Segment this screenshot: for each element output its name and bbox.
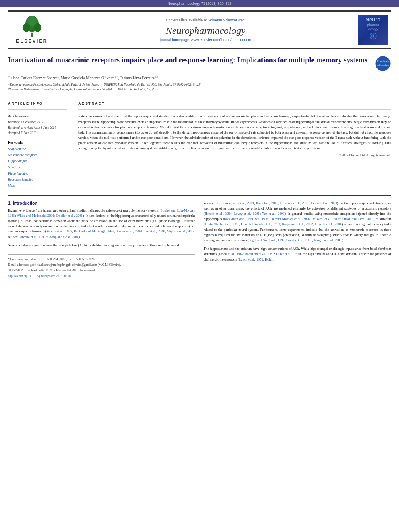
ref-lynch[interactable]: Lynch et al., 1972	[239, 257, 263, 261]
ref-segal[interactable]: Segal and Auerbach, 1997	[249, 238, 284, 242]
ref-riekkinen[interactable]: Riekkinen and Riekkinen, 1997	[224, 217, 268, 221]
ref-lee[interactable]: Lee et al., 2008	[144, 229, 165, 233]
article-history: Article history: Received 6 December 201…	[8, 114, 67, 136]
cover-title-line3: cology	[368, 27, 378, 31]
svg-text:click for updates: click for updates	[377, 64, 389, 66]
cover-graphic	[363, 32, 383, 43]
right-para-1: systems (for review, see Gold, 2003; Has…	[204, 201, 391, 243]
abstract-column: ABSTRACT Extensive research has shown th…	[78, 101, 391, 189]
abstract-heading: ABSTRACT	[78, 101, 391, 105]
svg-rect-0	[31, 33, 33, 37]
article-info-abstract: ARTICLE INFO Article history: Received 6…	[8, 97, 391, 189]
author-3-sup: a,b	[155, 75, 158, 78]
keywords-list: Scopolamine Muscarinic receptors Hippoca…	[8, 146, 67, 189]
main-col-right: systems (for review, see Gold, 2003; Has…	[204, 201, 391, 279]
ref-chang[interactable]: Chang and Gold, 2004	[47, 235, 78, 239]
ref-bolam[interactable]: Bolam	[265, 257, 274, 261]
ref-white[interactable]: White and Mcdonald, 2002	[17, 214, 55, 218]
ref-mikami[interactable]: Mikami et al., 2007	[313, 217, 340, 221]
ref-ghiglieri[interactable]: Ghiglieri et al., 2011	[314, 238, 342, 242]
journal-title-block: Contents lists available at SciVerse Sci…	[56, 12, 355, 48]
article-header: Inactivation of muscarinic receptors imp…	[8, 55, 391, 72]
journal-cover-thumbnail: Neuro pharma cology	[355, 12, 391, 48]
ref-levey[interactable]: Levey et al., 1995	[234, 212, 259, 216]
ref-doeller[interactable]: Doeller et al., 2008	[56, 214, 83, 218]
keyword-1: Scopolamine	[8, 146, 67, 152]
sciverse-link[interactable]: SciVerse ScienceDirect	[208, 18, 246, 22]
divider-2	[78, 109, 391, 110]
ref-hasselmo[interactable]: Hasselmo, 2006	[256, 201, 278, 205]
author-2-sup: a,*	[115, 75, 118, 78]
ref-miyoshi[interactable]: Miyoshi et al., 2012	[167, 229, 195, 233]
elsevier-logo-block: ELSEVIER	[8, 12, 56, 48]
footnote-issn: 0028-3908/$ – see front matter © 2013 El…	[8, 268, 195, 273]
intro-heading: 1. Introduction	[8, 201, 195, 205]
journal-homepage[interactable]: journal homepage: www.elsevier.com/locat…	[160, 38, 251, 42]
journal-header: ELSEVIER Contents lists available at Sci…	[8, 10, 391, 49]
history-heading: Article history:	[8, 114, 67, 119]
ref-xavier[interactable]: Xavier et al., 1999	[116, 229, 142, 233]
ref-deiana[interactable]: Deiana et al., 2011	[311, 201, 337, 205]
elsevier-logo: ELSEVIER	[16, 16, 47, 43]
ref-suzuki[interactable]: Suzuki et al., 2001	[286, 238, 312, 242]
ref-ragozzino[interactable]: Ragozzino et al., 2002	[282, 222, 313, 226]
intro-para-1: Extensive evidence from human and other …	[8, 208, 195, 240]
ref-herrera[interactable]: Herrera-Morales et al., 2007	[270, 217, 310, 221]
right-para-2: The hippocampus and the striatum have hi…	[204, 246, 391, 262]
author-1-sup: a	[57, 75, 58, 78]
keyword-6: Response learning	[8, 177, 67, 183]
ref-yan[interactable]: Yan et al., 2001	[262, 212, 284, 216]
keyword-7: Maze	[8, 183, 67, 189]
revised-date: Received in revised form 3 June 2013	[8, 125, 67, 131]
main-col-left: 1. Introduction Extensive evidence from …	[8, 201, 195, 279]
accepted-date: Accepted 7 June 2013	[8, 130, 67, 136]
crossmark-badge[interactable]: CrossMark click for updates	[375, 55, 391, 72]
ref-olson[interactable]: Olson and Cero, 2010	[342, 217, 373, 221]
keyword-4: Striatum	[8, 164, 67, 170]
affiliation-b: ᵇ Centro de Matemática, Computação e Cog…	[8, 87, 391, 92]
abstract-text: Extensive research has shown that the hi…	[78, 114, 391, 151]
ref-mesulam[interactable]: Mesulam et al., 1983	[245, 252, 274, 256]
sciverse-line: Contents lists available at SciVerse Sci…	[166, 18, 245, 22]
journal-citation-bar: Neuropharmacology 73 (2013) 320–326	[0, 0, 399, 7]
received-date: Received 6 December 2012	[8, 119, 67, 125]
article-info-column: ARTICLE INFO Article history: Received 6…	[8, 101, 72, 189]
journal-citation: Neuropharmacology 73 (2013) 320–326	[167, 2, 232, 6]
ref-hersch[interactable]: Hersch et al., 1994	[205, 212, 232, 216]
svg-text:CrossMark: CrossMark	[377, 60, 389, 62]
ref-packard[interactable]: Packard and McGaugh, 1996	[74, 229, 114, 233]
footnote-email[interactable]: E-mail addresses: gabriela.oliveira@unif…	[8, 263, 195, 267]
svg-point-13	[376, 56, 390, 71]
footnote-doi[interactable]: http://dx.doi.org/10.1016/j.neuropharm.2…	[8, 274, 195, 279]
article-title-block: Inactivation of muscarinic receptors imp…	[8, 55, 369, 69]
main-content: Inactivation of muscarinic receptors imp…	[8, 49, 391, 279]
cover-title-line1: Neuro	[366, 16, 381, 23]
footnote-correspondence: * Corresponding author. Tel.: +55 11 214…	[8, 257, 195, 262]
affiliation-a: ᵃ Departamento de Psicobiologia, Univers…	[8, 82, 391, 87]
ref-lewis[interactable]: Lewis et al., 1967	[219, 252, 243, 256]
keyword-3: Hippocampus	[8, 158, 67, 164]
footnotes: * Corresponding author. Tel.: +55 11 214…	[8, 254, 195, 279]
ref-diaz[interactable]: Diaz del Guante et al., 1991	[241, 222, 280, 226]
cover-image: Neuro pharma cology	[358, 15, 388, 45]
ref-morris[interactable]: Morris et al., 1982	[47, 229, 72, 233]
author-1: Juliana Carlota Kramer Soares	[8, 76, 57, 80]
authors-line: Juliana Carlota Kramer Soaresa, Maria Ga…	[8, 75, 391, 81]
ref-havekes[interactable]: Havekes et al., 2011	[280, 201, 309, 205]
divider-1	[8, 109, 67, 110]
ref-legault[interactable]: Legault et al., 2006	[315, 222, 342, 226]
journal-title: Neuropharmacology	[166, 25, 245, 36]
ref-oliveira[interactable]: Oliveira et al., 1997	[19, 235, 46, 239]
affiliations: ᵃ Departamento de Psicobiologia, Univers…	[8, 82, 391, 92]
article-info-heading: ARTICLE INFO	[8, 101, 67, 105]
author-2: Maria Gabriela Menezes Oliveira	[61, 76, 115, 80]
keywords-heading: Keywords:	[8, 141, 67, 144]
elsevier-wordmark: ELSEVIER	[16, 39, 47, 43]
ref-prado[interactable]: Prado-Alcala et al., 1985	[205, 222, 239, 226]
article-main-body: 1. Introduction Extensive evidence from …	[8, 195, 391, 279]
author-3: Tatiana Lima Ferreira	[120, 76, 155, 80]
ref-dutar[interactable]: Dutar et al., 1995	[276, 252, 300, 256]
copyright-line: © 2013 Elsevier Ltd. All rights reserved…	[78, 154, 391, 157]
keyword-5: Place learning	[8, 170, 67, 177]
ref-gold[interactable]: Gold, 2003	[238, 201, 254, 205]
